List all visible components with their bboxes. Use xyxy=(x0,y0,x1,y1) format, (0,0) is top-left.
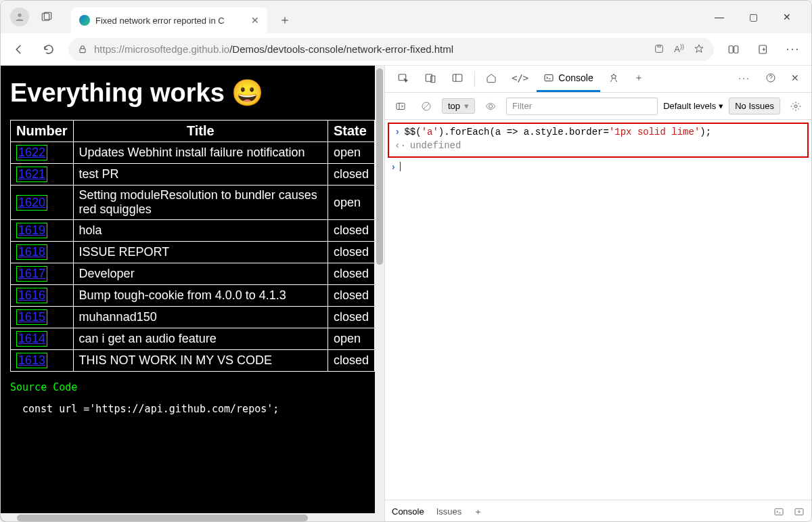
table-row: 1613THIS NOT WORK IN MY VS CODEclosed xyxy=(11,350,375,372)
toggle-console-sidebar-icon[interactable] xyxy=(390,96,411,116)
log-levels-selector[interactable]: Default levels ▾ xyxy=(663,101,723,111)
tab-sources[interactable] xyxy=(602,66,626,92)
tab-elements[interactable]: </> xyxy=(505,66,535,92)
table-row: 1617Developerclosed xyxy=(11,263,375,285)
context-selector[interactable]: top ▾ xyxy=(442,98,475,114)
issue-link[interactable]: 1620 xyxy=(16,195,47,211)
svg-rect-12 xyxy=(453,74,462,82)
chevron-down-icon: ▾ xyxy=(719,101,723,111)
console-toolbar: top ▾ Filter Default levels ▾ No Issues xyxy=(385,93,811,120)
issue-link[interactable]: 1615 xyxy=(16,309,47,325)
input-caret-icon: › xyxy=(390,162,396,173)
issue-state: closed xyxy=(328,242,374,263)
tab-console-label: Console xyxy=(558,72,593,83)
url-text: https://microsoftedge.github.io/Demos/de… xyxy=(94,43,453,55)
issue-title: Updates Webhint install failure notifica… xyxy=(73,142,328,164)
drawer-more-button[interactable]: ＋ xyxy=(474,506,482,518)
table-row: 1616Bump tough-cookie from 4.0.0 to 4.1.… xyxy=(11,285,375,307)
refresh-button[interactable] xyxy=(39,39,59,60)
issue-link[interactable]: 1622 xyxy=(16,145,47,160)
svg-rect-22 xyxy=(775,508,783,515)
filter-placeholder: Filter xyxy=(512,101,532,111)
new-tab-button[interactable]: ＋ xyxy=(273,7,297,32)
back-button[interactable] xyxy=(9,39,29,60)
svg-rect-5 xyxy=(658,45,660,47)
drawer-errors-icon[interactable] xyxy=(773,506,784,517)
favorite-icon[interactable] xyxy=(694,43,704,54)
table-row: 1618ISSUE REPORTclosed xyxy=(11,242,375,263)
console-settings-icon[interactable] xyxy=(786,96,806,116)
devtools-more-icon[interactable]: ··· xyxy=(731,66,757,92)
console-highlight-box: › $$('a').forEach(a => a.style.border='1… xyxy=(388,123,809,158)
table-row: 1614can i get an audio featureopen xyxy=(11,328,375,350)
content-area: Everything works 😀 NumberTitleState 1622… xyxy=(1,66,811,522)
address-bar[interactable]: https://microsoftedge.github.io/Demos/de… xyxy=(68,38,714,61)
scrollbar-thumb[interactable] xyxy=(17,515,308,521)
app-available-icon[interactable] xyxy=(654,43,664,54)
tab-console[interactable]: Console xyxy=(537,66,600,92)
read-aloud-icon[interactable]: A)) xyxy=(674,43,684,54)
issue-title: hola xyxy=(73,220,328,242)
clear-console-icon[interactable] xyxy=(416,96,436,116)
workspaces-icon[interactable] xyxy=(35,5,59,29)
site-info-icon[interactable] xyxy=(78,45,87,54)
console-prompt[interactable]: › xyxy=(385,160,811,174)
table-header: Title xyxy=(73,121,328,142)
table-row: 1619holaclosed xyxy=(11,220,375,242)
more-icon[interactable]: ··· xyxy=(783,39,803,60)
issues-table: NumberTitleState 1622Updates Webhint ins… xyxy=(10,120,375,372)
issue-link[interactable]: 1614 xyxy=(16,331,47,347)
drawer-tab-console[interactable]: Console xyxy=(392,506,424,517)
devtools-tabstrip: </> Console ＋ ··· ✕ xyxy=(385,66,811,93)
issue-state: closed xyxy=(328,350,374,372)
drawer-dock-icon[interactable] xyxy=(794,506,805,517)
return-caret-icon: ‹· xyxy=(394,140,406,151)
page-horizontal-scrollbar[interactable] xyxy=(1,513,384,522)
more-tabs-button[interactable]: ＋ xyxy=(627,66,650,92)
console-return-line: ‹· undefined xyxy=(389,139,807,152)
inspect-element-icon[interactable] xyxy=(390,66,416,92)
profile-icon[interactable] xyxy=(10,7,29,26)
scrollbar-thumb[interactable] xyxy=(376,68,383,265)
table-row: 1622Updates Webhint install failure noti… xyxy=(11,142,375,164)
table-header: State xyxy=(328,121,374,142)
issue-title: THIS NOT WORK IN MY VS CODE xyxy=(73,350,328,372)
tab-close-button[interactable]: ✕ xyxy=(251,15,259,26)
devtools-help-icon[interactable] xyxy=(759,66,783,92)
issue-title: test PR xyxy=(73,164,328,186)
issue-link[interactable]: 1616 xyxy=(16,288,47,303)
browser-tab[interactable]: Fixed network error reported in C ✕ xyxy=(71,7,267,33)
devtools-drawer: Console Issues ＋ xyxy=(385,500,811,522)
window-titlebar: Fixed network error reported in C ✕ ＋ ― … xyxy=(1,1,811,33)
tab-welcome[interactable] xyxy=(479,66,503,92)
console-body[interactable]: › $$('a').forEach(a => a.style.border='1… xyxy=(385,120,811,500)
maximize-button[interactable]: ▢ xyxy=(746,12,760,22)
split-screen-icon[interactable] xyxy=(723,39,744,60)
levels-label: Default levels xyxy=(663,101,716,111)
toggle-sidebar-icon[interactable] xyxy=(445,66,470,92)
drawer-tab-issues[interactable]: Issues xyxy=(436,506,462,517)
issue-state: open xyxy=(328,142,374,164)
table-row: 1621test PRclosed xyxy=(11,164,375,186)
issue-state: closed xyxy=(328,285,374,307)
no-issues-badge[interactable]: No Issues xyxy=(729,97,780,114)
collections-icon[interactable] xyxy=(753,39,773,60)
devtools-close-button[interactable]: ✕ xyxy=(784,66,806,92)
minimize-button[interactable]: ― xyxy=(713,12,726,22)
devtools-panel: </> Console ＋ ··· ✕ xyxy=(384,66,811,522)
issue-title: muhannad150 xyxy=(73,307,328,328)
issue-link[interactable]: 1619 xyxy=(16,223,47,238)
issue-link[interactable]: 1617 xyxy=(16,266,47,282)
svg-rect-4 xyxy=(656,45,663,53)
page-vertical-scrollbar[interactable] xyxy=(375,66,384,522)
issue-state: open xyxy=(328,328,374,350)
live-expression-icon[interactable] xyxy=(480,96,501,116)
device-toolbar-icon[interactable] xyxy=(418,66,443,92)
issue-link[interactable]: 1618 xyxy=(16,244,47,260)
issue-link[interactable]: 1621 xyxy=(16,167,47,182)
console-filter-input[interactable]: Filter xyxy=(506,97,658,115)
issue-title: can i get an audio feature xyxy=(73,328,328,350)
issue-link[interactable]: 1613 xyxy=(16,353,47,368)
svg-point-0 xyxy=(18,14,21,17)
close-window-button[interactable]: ✕ xyxy=(780,12,794,22)
